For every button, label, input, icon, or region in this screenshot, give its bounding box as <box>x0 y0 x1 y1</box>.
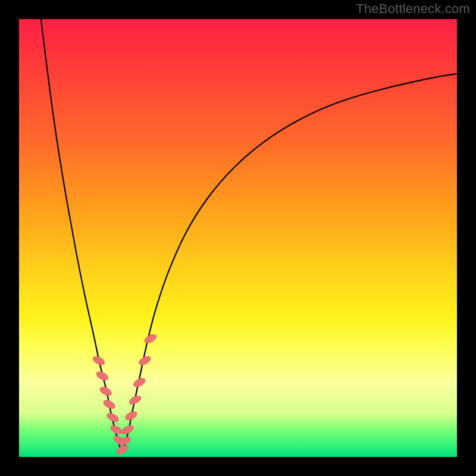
chart-frame: TheBottleneck.com <box>0 0 476 476</box>
watermark-text: TheBottleneck.com <box>356 1 470 17</box>
marker-dot <box>102 398 117 411</box>
plot-area <box>19 19 457 457</box>
curve-left-branch <box>41 19 122 453</box>
curve-right-branch <box>122 74 457 453</box>
chart-svg <box>19 19 457 457</box>
marker-dot <box>143 333 158 345</box>
